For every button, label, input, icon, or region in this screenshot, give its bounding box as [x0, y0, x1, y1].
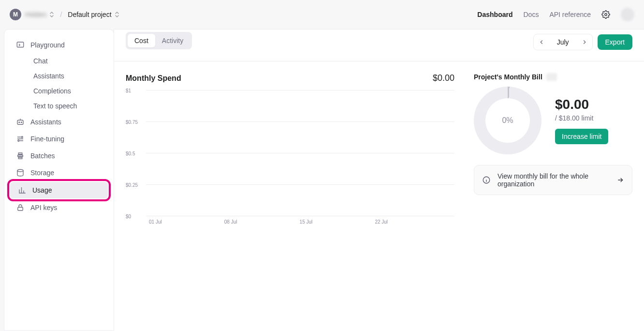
svg-point-6	[18, 140, 19, 141]
svg-point-5	[21, 136, 23, 138]
breadcrumb-separator: /	[60, 11, 62, 18]
sidebar-item-assistants-sub[interactable]: Assistants	[8, 69, 110, 83]
sidebar-label: Assistants	[30, 118, 61, 126]
ytick: $0.5	[126, 151, 135, 156]
bill-title: Project's Monthly Bill	[474, 73, 542, 81]
sidebar-item-playground[interactable]: Playground	[8, 37, 110, 53]
nav-docs[interactable]: Docs	[523, 11, 539, 18]
breadcrumb: Hidden / Default project	[25, 11, 119, 18]
sidebar-label: Batches	[30, 152, 55, 160]
user-avatar[interactable]	[621, 8, 634, 21]
ytick: $0.25	[126, 182, 138, 188]
sidebar-item-tts[interactable]: Text to speech	[8, 99, 110, 113]
svg-point-0	[605, 14, 607, 16]
chart-panel: Monthly Spend $0.00 $1 $0.75 $0.5 $0.25 …	[126, 73, 454, 216]
sidebar-label: Playground	[30, 41, 65, 49]
org-avatar[interactable]: M	[10, 9, 21, 20]
usage-icon	[18, 186, 27, 195]
subtabs: Cost Activity	[126, 32, 192, 49]
xtick: 01 Jul	[149, 219, 162, 225]
org-name[interactable]: Hidden	[25, 11, 46, 18]
tab-cost[interactable]: Cost	[128, 34, 155, 47]
donut-percent: 0%	[502, 116, 513, 125]
xtick: 15 Jul	[300, 219, 313, 225]
xtick: 08 Jul	[224, 219, 237, 225]
org-switch-icon[interactable]	[49, 12, 54, 17]
chart-title: Monthly Spend	[126, 74, 181, 83]
ytick: $0.75	[126, 120, 138, 125]
bill-info-icon	[546, 73, 557, 81]
month-label: July	[549, 38, 577, 46]
svg-rect-1	[17, 42, 24, 47]
project-name[interactable]: Default project	[68, 11, 111, 18]
finetuning-icon	[16, 135, 25, 143]
svg-rect-8	[18, 207, 23, 211]
gear-icon[interactable]	[601, 10, 610, 19]
sidebar-label: Storage	[30, 169, 54, 177]
export-button[interactable]: Export	[598, 34, 632, 50]
usage-donut: 0%	[474, 87, 542, 154]
sidebar-item-storage[interactable]: Storage	[8, 165, 110, 181]
playground-icon	[16, 41, 25, 49]
sidebar-item-finetuning[interactable]: Fine-tuning	[8, 131, 110, 147]
month-picker: July	[533, 34, 593, 50]
bill-panel: Project's Monthly Bill 0% $0.00 / $18.00…	[474, 73, 632, 216]
svg-point-4	[21, 122, 22, 123]
increase-limit-button[interactable]: Increase limit	[555, 129, 608, 144]
sidebar-item-usage[interactable]: Usage	[10, 182, 108, 198]
svg-point-3	[19, 122, 20, 123]
storage-icon	[16, 168, 25, 177]
chart-total: $0.00	[433, 73, 454, 83]
next-month-button[interactable]	[577, 34, 592, 50]
svg-rect-2	[17, 120, 23, 124]
info-icon	[482, 176, 491, 184]
project-switch-icon[interactable]	[115, 12, 119, 17]
chart-area: $1 $0.75 $0.5 $0.25 $0 01 Jul 08 Jul 15 …	[146, 90, 454, 216]
sidebar-item-apikeys[interactable]: API keys	[8, 199, 110, 216]
ytick: $1	[126, 88, 131, 93]
batches-icon	[16, 151, 25, 160]
sidebar-label: Usage	[32, 186, 52, 194]
content: Usage: Cost Cost Activity July	[114, 29, 644, 331]
tab-activity[interactable]: Activity	[155, 34, 190, 47]
sidebar-label: Fine-tuning	[30, 135, 64, 143]
sidebar-item-batches[interactable]: Batches	[8, 148, 110, 164]
sidebar: Playground Chat Assistants Completions T…	[4, 29, 114, 331]
org-bill-link-text: View monthly bill for the whole organiza…	[498, 172, 604, 188]
sidebar-item-chat[interactable]: Chat	[8, 54, 110, 68]
xtick: 22 Jul	[375, 219, 388, 225]
sidebar-label: API keys	[30, 204, 57, 211]
ytick: $0	[126, 214, 131, 219]
lock-icon	[16, 203, 25, 212]
prev-month-button[interactable]	[534, 34, 549, 50]
bill-amount: $0.00	[555, 97, 608, 112]
nav-dashboard[interactable]: Dashboard	[477, 11, 512, 18]
arrow-right-icon	[616, 176, 624, 184]
nav-api-reference[interactable]: API reference	[549, 11, 591, 18]
top-bar: M Hidden / Default project Dashboard Doc…	[0, 0, 644, 29]
sidebar-item-completions[interactable]: Completions	[8, 84, 110, 98]
assistants-icon	[16, 118, 25, 126]
bill-limit: / $18.00 limit	[555, 114, 608, 122]
sidebar-item-assistants[interactable]: Assistants	[8, 114, 110, 130]
org-bill-link[interactable]: View monthly bill for the whole organiza…	[474, 165, 632, 195]
svg-point-7	[17, 169, 23, 172]
